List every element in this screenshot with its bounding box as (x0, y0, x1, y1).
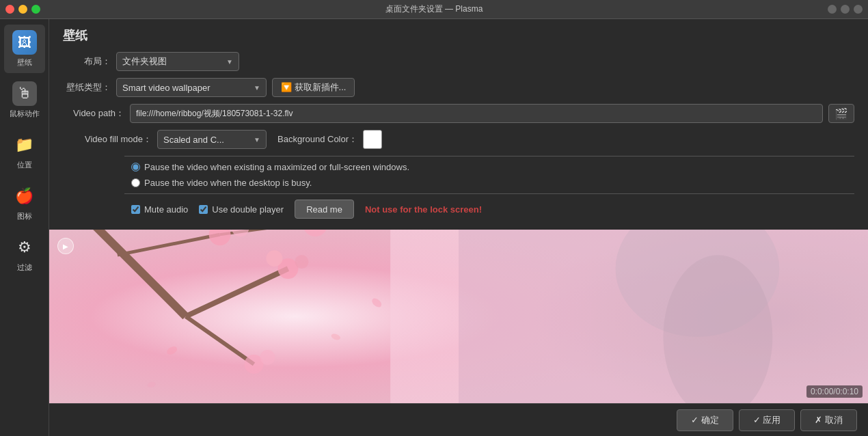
page-title: 壁纸 (49, 19, 868, 49)
layout-dropdown-arrow: ▼ (226, 58, 233, 66)
double-player-label: Use double player (212, 204, 284, 215)
svg-point-8 (266, 250, 282, 267)
sidebar-mouse-label: 鼠标动作 (10, 109, 40, 119)
sidebar-item-filter[interactable]: ⚙ 过滤 (4, 230, 45, 278)
right-btn-2 (841, 5, 850, 14)
apple-icon: 🍎 (12, 184, 37, 208)
right-btn-1 (828, 5, 837, 14)
mute-checkbox-item: Mute audio (131, 204, 188, 215)
sidebar-item-wallpaper[interactable]: 🖼 壁纸 (4, 25, 45, 73)
sidebar-icon-label: 图标 (17, 211, 32, 221)
separator-2 (124, 193, 854, 194)
right-controls (828, 5, 863, 14)
sidebar-item-folder[interactable]: 📁 位置 (4, 127, 45, 176)
wallpaper-type-label: 壁纸类型： (63, 81, 111, 94)
double-player-checkbox[interactable] (199, 205, 208, 214)
mouse-icon: 🖱 (12, 81, 37, 106)
checkbox-row: Mute audio Use double player Read me Not… (63, 200, 854, 219)
cancel-button[interactable]: ✗ 取消 (800, 409, 857, 431)
main-layout: 🖼 壁纸 🖱 鼠标动作 📁 位置 🍎 图标 ⚙ 过滤 壁纸 布局： 文件 (0, 19, 868, 436)
layout-value: 文件夹视图 (122, 55, 167, 68)
film-icon: 🎬 (835, 107, 848, 120)
sidebar-item-icon[interactable]: 🍎 图标 (4, 178, 45, 227)
play-button[interactable]: ▶ (57, 238, 74, 254)
layout-label: 布局： (63, 55, 111, 68)
fill-mode-row: Video fill mode： Scaled and C... ▼ Backg… (63, 130, 854, 149)
video-preview-inner: ▶ 0:0:00/0:0:10 (49, 230, 868, 403)
read-me-button[interactable]: Read me (295, 200, 354, 219)
sidebar-item-mouse[interactable]: 🖱 鼠标动作 (4, 76, 45, 124)
close-button[interactable] (5, 5, 14, 14)
fill-mode-dropdown[interactable]: Scaled and C... ▼ (157, 130, 267, 149)
minimize-button[interactable] (18, 5, 27, 14)
mute-checkbox[interactable] (131, 205, 140, 214)
browse-button[interactable]: 🎬 (828, 104, 854, 123)
confirm-button[interactable]: ✓ 确定 (677, 409, 733, 431)
sidebar-wallpaper-label: 壁纸 (17, 57, 32, 68)
bottom-bar: ✓ 确定 ✓ 应用 ✗ 取消 (49, 403, 868, 436)
svg-point-9 (295, 255, 308, 269)
radio-row-2: Pause the video when the desktop is busy… (63, 178, 854, 188)
preview-svg (49, 230, 868, 403)
video-path-input[interactable] (130, 104, 823, 123)
folder-icon: 📁 (12, 133, 37, 157)
bg-color-label: Background Color： (277, 133, 357, 146)
mute-label: Mute audio (144, 204, 188, 215)
radio-pause-maximized[interactable] (131, 163, 140, 172)
sidebar-filter-label: 过滤 (17, 262, 32, 273)
video-path-label: Video path： (63, 107, 124, 120)
double-player-checkbox-item: Use double player (199, 204, 284, 215)
warning-text: Not use for the lock screen! (365, 204, 482, 215)
layout-dropdown[interactable]: 文件夹视图 ▼ (116, 52, 239, 71)
video-preview: ▶ 0:0:00/0:0:10 (49, 230, 868, 403)
right-btn-3 (854, 5, 863, 14)
sidebar: 🖼 壁纸 🖱 鼠标动作 📁 位置 🍎 图标 ⚙ 过滤 (0, 19, 49, 436)
content-area: 壁纸 布局： 文件夹视图 ▼ 壁纸类型： Smart video wallpap… (49, 19, 868, 436)
sidebar-folder-label: 位置 (17, 160, 32, 170)
radio-row-1: Pause the video when existing a maximize… (63, 162, 854, 172)
window-title: 桌面文件夹设置 — Plasma (385, 3, 483, 15)
radio-pause-maximized-label: Pause the video when existing a maximize… (144, 162, 409, 172)
wallpaper-icon: 🖼 (12, 30, 37, 55)
fill-dropdown-arrow: ▼ (254, 136, 260, 144)
video-path-row: Video path： 🎬 (63, 104, 854, 123)
maximize-button[interactable] (31, 5, 40, 14)
wallpaper-type-value: Smart video wallpaper (122, 83, 211, 93)
wallpaper-type-row: 壁纸类型： Smart video wallpaper ▼ 🔽 获取新插件... (63, 78, 854, 97)
fill-mode-label: Video fill mode： (63, 133, 152, 146)
svg-point-16 (260, 350, 275, 365)
wallpaper-dropdown-arrow: ▼ (254, 84, 260, 92)
video-timer: 0:0:00/0:0:10 (806, 385, 863, 398)
radio-pause-busy[interactable] (131, 178, 140, 187)
get-plugin-button[interactable]: 🔽 获取新插件... (272, 78, 355, 97)
wallpaper-type-dropdown[interactable]: Smart video wallpaper ▼ (116, 78, 267, 97)
radio-pause-busy-label: Pause the video when the desktop is busy… (144, 178, 312, 188)
separator (124, 156, 854, 156)
layout-row: 布局： 文件夹视图 ▼ (63, 52, 854, 71)
color-swatch[interactable] (363, 130, 382, 149)
titlebar: 桌面文件夹设置 — Plasma (0, 0, 868, 19)
settings-panel: 布局： 文件夹视图 ▼ 壁纸类型： Smart video wallpaper … (49, 49, 868, 230)
window-controls[interactable] (5, 5, 40, 14)
filter-icon: ⚙ (12, 235, 37, 260)
apply-button[interactable]: ✓ 应用 (739, 409, 796, 431)
fill-mode-value: Scaled and C... (163, 135, 224, 145)
